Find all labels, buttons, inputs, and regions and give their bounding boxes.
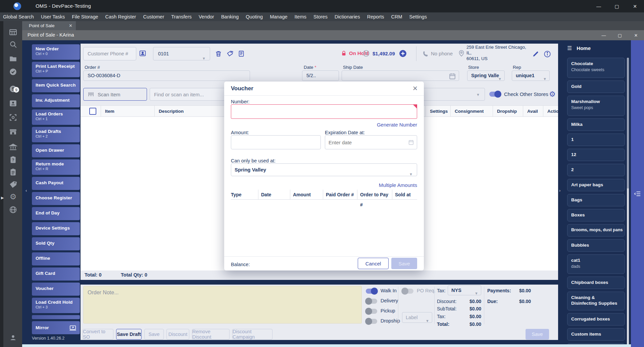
open-drawer-button[interactable]: Open Drawer <box>32 144 80 157</box>
inv-adjustment-button[interactable]: Inv. Adjustment <box>32 94 80 107</box>
menu-file-storage[interactable]: File Storage <box>72 14 98 19</box>
catalog-item-boxes[interactable]: Boxes <box>567 209 625 221</box>
menu-quoting[interactable]: Quoting <box>246 14 263 19</box>
sold-qty-button[interactable]: Sold Qty <box>32 237 80 250</box>
save-order-button[interactable]: Save <box>144 329 164 340</box>
payment-save-button[interactable]: Save <box>526 329 549 340</box>
used-at-select[interactable]: Spring Valley ▼ <box>231 163 417 176</box>
device-settings-button[interactable]: Device Settings <box>32 222 80 235</box>
tasks-check-icon[interactable] <box>9 67 17 76</box>
delivery-toggle[interactable] <box>366 299 377 304</box>
expand-right-panel-chevron[interactable]: › <box>559 188 560 193</box>
catalog-item-1[interactable]: 1 <box>567 134 625 146</box>
menu-reports[interactable]: Reports <box>367 14 384 19</box>
date-field[interactable]: 5/2.. <box>302 70 339 81</box>
item-quick-search-button[interactable]: Item Quick Search <box>32 79 80 92</box>
menu-settings[interactable]: Settings <box>409 14 427 19</box>
new-order-button[interactable]: New OrderCtrl + 0 <box>32 44 80 60</box>
add-customer-plus-icon[interactable] <box>399 49 407 59</box>
check-other-stores-toggle[interactable] <box>489 92 501 97</box>
remove-discount-button[interactable]: Remove Discount <box>192 329 230 340</box>
rail-expand-arrow-icon[interactable]: ▶ <box>1 196 4 200</box>
multiple-amounts-link[interactable]: Multiple Amounts <box>379 182 417 188</box>
order-number-field[interactable]: SO-0036084-D <box>83 70 250 81</box>
offline-button[interactable]: Offline <box>32 252 80 265</box>
menu-vendor[interactable]: Vendor <box>199 14 214 19</box>
tab-point-of-sale[interactable]: Point of Sale ✕ <box>22 21 76 30</box>
pos-maximize-button[interactable]: ▢ <box>612 30 628 40</box>
mirror-button[interactable]: Mirror <box>32 321 80 334</box>
rep-select[interactable]: unique1 ▼ <box>512 70 550 81</box>
menu-transfers[interactable]: Transfers <box>171 14 192 19</box>
catalog-item-chipboard-boxes[interactable]: Chipboard boxes <box>567 277 625 289</box>
catalog-item-cat1[interactable]: cat1dads <box>567 254 625 274</box>
menu-crm[interactable]: CRM <box>391 14 402 19</box>
contact-card-icon[interactable] <box>9 99 17 108</box>
voucher-button[interactable]: Voucher <box>32 283 80 296</box>
calendar-icon[interactable] <box>449 72 456 81</box>
col-consignment[interactable]: Consignment <box>450 106 493 117</box>
expiration-date-input[interactable] <box>325 135 417 149</box>
tab-close-icon[interactable]: ✕ <box>69 23 72 28</box>
cancel-button[interactable]: Cancel <box>358 258 389 269</box>
menu-cash-register[interactable]: Cash Register <box>105 14 136 19</box>
catalog-item-custom-items[interactable]: Custom items <box>567 328 625 341</box>
grid-window-icon[interactable] <box>9 28 17 37</box>
select-all-checkbox[interactable] <box>89 108 96 115</box>
menu-customer[interactable]: Customer <box>143 14 164 19</box>
user-icon[interactable] <box>9 333 17 342</box>
globe-icon[interactable] <box>9 205 17 214</box>
ship-date-field[interactable] <box>342 70 459 81</box>
price-tag-icon[interactable] <box>226 50 234 59</box>
label-select[interactable]: Label ▼ <box>402 312 432 323</box>
print-last-receipt-button[interactable]: Print Last ReceiptCtrl + P <box>32 62 80 77</box>
menu-manage[interactable]: Manage <box>270 14 287 19</box>
generate-number-link[interactable]: Generate Number <box>377 122 417 128</box>
menu-stores[interactable]: Stores <box>313 14 328 19</box>
catalog-item-art-paper-bags[interactable]: Art paper bags <box>567 179 625 191</box>
cash-payout-button[interactable]: Cash Payout <box>32 177 80 190</box>
scrollbar-thumb[interactable] <box>627 58 629 189</box>
minimize-button[interactable]: — <box>590 0 608 12</box>
catalog-item-bubbles[interactable]: Bubbles <box>567 239 625 252</box>
menu-user-tasks[interactable]: User Tasks <box>41 14 65 19</box>
discount-campaign-button[interactable]: Discount Campaign <box>232 329 273 340</box>
scan-frame-icon[interactable] <box>9 113 17 122</box>
register-select[interactable]: 0101 ▼ <box>153 47 210 60</box>
scrolled-button-sliver[interactable] <box>32 315 80 319</box>
discount-button[interactable]: Discount <box>166 329 189 340</box>
search-icon[interactable] <box>9 40 17 49</box>
convert-to-so-button[interactable]: Convert to SO <box>83 329 113 340</box>
tag-rail-icon[interactable] <box>9 180 17 189</box>
balance-dollar-icon[interactable]: $ <box>362 50 370 58</box>
menu-banking[interactable]: Banking <box>221 14 239 19</box>
clipboard-question-icon[interactable]: ? <box>9 155 17 164</box>
return-mode-button[interactable]: Return modeCtrl + R <box>32 159 80 175</box>
dropship-toggle[interactable] <box>366 319 377 324</box>
walk-in-toggle[interactable] <box>366 289 377 294</box>
gift-card-button[interactable]: Gift Card <box>32 267 80 281</box>
pos-close-button[interactable]: ✕ <box>628 30 644 40</box>
choose-register-button[interactable]: Choose Register <box>32 192 80 205</box>
collapse-left-panel-chevron[interactable]: ‹ <box>26 188 27 193</box>
burger-menu-icon[interactable]: ☰ <box>567 45 572 51</box>
col-dropship[interactable]: Dropship <box>493 106 523 117</box>
clipboard-list-icon[interactable] <box>9 168 17 177</box>
order-note-textarea[interactable] <box>83 286 362 324</box>
end-of-day-button[interactable]: End of Day <box>32 207 80 220</box>
gear-rail-icon[interactable]: ⚙ <box>9 193 17 201</box>
close-button[interactable]: ✕ <box>626 0 644 12</box>
modal-close-icon[interactable]: ✕ <box>412 85 418 92</box>
catalog-item-marshmallow[interactable]: MarshmallowSweet pops <box>567 96 625 116</box>
voucher-number-input[interactable] <box>231 104 417 119</box>
catalog-item-cleaning-supplies[interactable]: Cleaning & Disinfecting Supplies <box>567 292 625 310</box>
catalog-item-gold[interactable]: Gold <box>567 81 625 93</box>
order-notes-icon[interactable] <box>238 50 245 59</box>
voucher-amount-input[interactable] <box>231 135 321 149</box>
col-settings[interactable]: Settings <box>426 106 450 117</box>
catalog-item-chocolate[interactable]: ChocolateChocolate sweets <box>567 58 625 78</box>
load-drafts-button[interactable]: Load DraftsCtrl + 2 <box>32 127 80 142</box>
load-credit-hold-button[interactable]: Load Credit HoldCtrl + 3 <box>32 298 80 313</box>
catalog-item-brooms[interactable]: Brooms, mops, dust pans <box>567 224 625 237</box>
maximize-button[interactable]: ▢ <box>608 0 626 12</box>
